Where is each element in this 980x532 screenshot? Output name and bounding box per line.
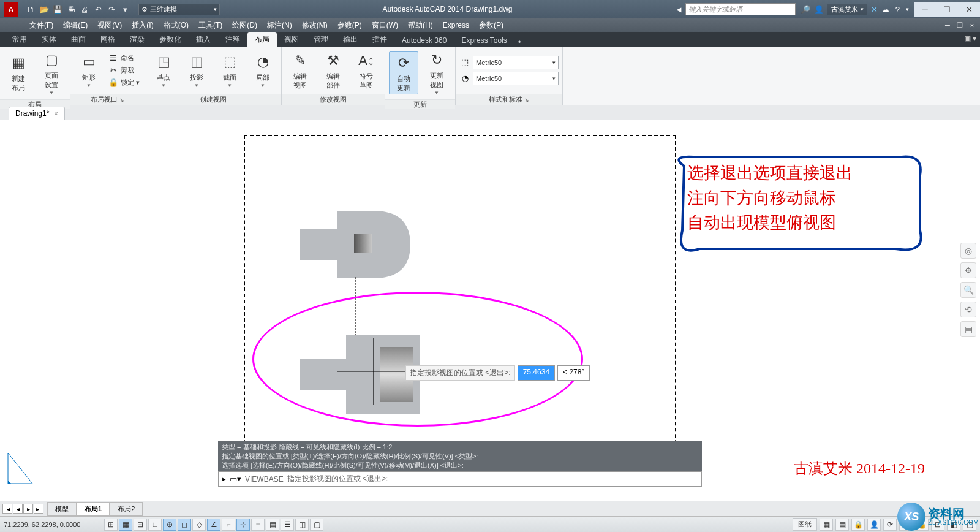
menu-dimension[interactable]: 标注(N) — [262, 20, 297, 31]
qat-print-icon[interactable]: 🖨 — [78, 3, 91, 15]
layout-nav-first-icon[interactable]: |◂ — [2, 504, 12, 514]
section-style-icon[interactable]: ⬚ — [459, 57, 470, 68]
sb-ducs-icon[interactable]: ⌐ — [222, 519, 235, 531]
menu-modify[interactable]: 修改(M) — [297, 20, 333, 31]
sb-qp-icon[interactable]: ☰ — [281, 519, 294, 531]
sb-sc-icon[interactable]: ◫ — [295, 519, 309, 531]
sb-aas-icon[interactable]: ⟳ — [883, 519, 897, 531]
symbol-sketch-button[interactable]: A↕符号 草图 — [352, 50, 381, 91]
edit-component-button[interactable]: ⚒编辑 部件 — [318, 50, 348, 91]
tab-manage[interactable]: 管理 — [306, 32, 336, 47]
rectangular-button[interactable]: ▭矩形▼ — [74, 51, 104, 89]
search-icon[interactable]: 🔎 — [801, 5, 810, 14]
update-view-button[interactable]: ↻更新 视图▼ — [422, 49, 451, 97]
sb-infer-icon[interactable]: ⊞ — [104, 519, 118, 531]
sb-am-icon[interactable]: ▢ — [310, 519, 323, 531]
ucs-icon[interactable] — [5, 450, 42, 487]
mdi-close-icon[interactable]: × — [967, 20, 978, 30]
menu-file[interactable]: 文件(F) — [24, 20, 58, 31]
detail-style-dropdown[interactable]: Metric50▾ — [473, 72, 559, 85]
menu-draw[interactable]: 绘图(D) — [227, 20, 262, 31]
qat-save-icon[interactable]: 💾 — [51, 3, 64, 15]
projected-button[interactable]: ◫投影▼ — [182, 51, 211, 89]
file-tab-drawing1[interactable]: Drawing1* × — [9, 107, 65, 120]
nav-showmotion-icon[interactable]: ▤ — [960, 321, 976, 337]
menu-insert[interactable]: 插入(I) — [127, 20, 158, 31]
sb-paperspace-button[interactable]: 图纸 — [793, 518, 817, 531]
menu-format[interactable]: 格式(O) — [159, 20, 194, 31]
sb-annovis-icon[interactable]: 👤 — [867, 519, 881, 531]
command-input[interactable]: ▸ ▭▾ VIEWBASE 指定投影视图的位置或 <退出>: — [218, 471, 702, 487]
sb-grid-icon[interactable]: ⊟ — [134, 519, 147, 531]
tab-a360[interactable]: Autodesk 360 — [394, 34, 454, 47]
section-style-dropdown[interactable]: Metric50▾ — [473, 56, 559, 69]
sb-qv-layouts-icon[interactable]: ▦ — [820, 519, 833, 531]
edit-view-button[interactable]: ✎编辑 视图 — [285, 50, 315, 91]
panel-title[interactable]: 创建视图 — [145, 94, 281, 105]
new-layout-button[interactable]: ▦新建 布局 — [4, 52, 33, 94]
sb-qv-drawings-icon[interactable]: ▤ — [835, 519, 849, 531]
menu-view[interactable]: 视图(V) — [92, 20, 127, 31]
dynamic-input-distance[interactable]: 75.4634 — [518, 365, 555, 381]
tab-surface[interactable]: 曲面 — [64, 32, 93, 47]
auto-update-button[interactable]: ⟳自动 更新 — [389, 51, 418, 94]
layout-nav-next-icon[interactable]: ▸ — [23, 504, 33, 514]
sb-annoscale-icon[interactable]: 🔒 — [851, 519, 865, 531]
sb-tpy-icon[interactable]: ▤ — [266, 519, 279, 531]
arrow-left-icon[interactable]: ◄ — [675, 5, 683, 14]
layout-nav-last-icon[interactable]: ▸| — [34, 504, 43, 514]
sb-otrack-icon[interactable]: ∠ — [207, 519, 221, 531]
menu-tools[interactable]: 工具(T) — [194, 20, 227, 31]
tab-express[interactable]: Express Tools — [454, 34, 514, 47]
cmd-browse-icon[interactable]: ▭▾ — [230, 474, 241, 484]
panel-title[interactable]: 更新 — [385, 99, 455, 109]
tab-mesh[interactable]: 网格 — [93, 32, 123, 47]
close-button[interactable]: ✕ — [958, 2, 980, 17]
cloud-icon[interactable]: ☁ — [881, 5, 889, 14]
help-icon[interactable]: ? — [895, 5, 900, 14]
sb-polar-icon[interactable]: ⊕ — [163, 519, 176, 531]
tab-insert[interactable]: 插入 — [189, 32, 218, 47]
menu-parametric[interactable]: 参数(P) — [333, 20, 367, 31]
app-logo[interactable]: A — [4, 2, 18, 17]
signin-icon[interactable]: 👤 — [814, 5, 824, 14]
mdi-restore-icon[interactable]: ❐ — [954, 20, 965, 30]
tab-parametric[interactable]: 参数化 — [152, 32, 189, 47]
detail-style-icon[interactable]: ◔ — [459, 73, 470, 84]
panel-title[interactable]: 修改视图 — [282, 94, 385, 105]
exchange-icon[interactable]: ✕ — [871, 5, 878, 14]
tab-view[interactable]: 视图 — [277, 32, 306, 47]
drawing-area[interactable]: 指定投影视图的位置或 <退出>: 75.4634 < 278° 选择退出选项直接… — [0, 120, 980, 501]
qat-new-icon[interactable]: 🗋 — [24, 3, 37, 15]
help-search-input[interactable]: 键入关键字或短语 — [685, 3, 796, 15]
qat-saveas-icon[interactable]: 🖶 — [65, 3, 77, 15]
coords-display[interactable]: 71.2209, 62.2298, 0.0000 — [4, 521, 102, 528]
layout-tab-layout2[interactable]: 布局2 — [110, 502, 143, 516]
menu-window[interactable]: 窗口(W) — [367, 20, 403, 31]
layout-tab-model[interactable]: 模型 — [47, 502, 77, 516]
page-setup-button[interactable]: ▢页面 设置▼ — [37, 49, 66, 97]
menu-edit[interactable]: 编辑(E) — [58, 20, 92, 31]
layout-tab-layout1[interactable]: 布局1 — [77, 502, 110, 516]
dynamic-input-angle[interactable]: < 278° — [557, 365, 590, 381]
tab-annotate[interactable]: 注释 — [218, 32, 247, 47]
recent-cmds-icon[interactable]: ▸ — [222, 475, 226, 483]
sb-ortho-icon[interactable]: ∟ — [148, 519, 162, 531]
clip-button[interactable]: ✂剪裁 — [107, 65, 141, 76]
menu-param2[interactable]: 参数(P) — [474, 20, 508, 31]
user-menu[interactable]: 古滇艾米 ▾ — [827, 4, 867, 15]
section-button[interactable]: ⬚截面▼ — [215, 51, 244, 89]
nav-wheel-icon[interactable]: ◎ — [960, 243, 976, 259]
tab-output[interactable]: 输出 — [336, 32, 365, 47]
base-button[interactable]: ◳基点▼ — [149, 51, 178, 89]
mdi-minimize-icon[interactable]: ─ — [942, 20, 953, 30]
chevron-down-icon[interactable]: ▾ — [906, 6, 909, 12]
sb-snap-icon[interactable]: ▦ — [119, 519, 132, 531]
menu-express[interactable]: Express — [438, 21, 474, 29]
tab-render[interactable]: 渲染 — [123, 32, 152, 47]
qat-undo-icon[interactable]: ↶ — [92, 3, 104, 15]
tab-bullet[interactable]: • — [514, 38, 524, 47]
sb-osnap-icon[interactable]: ◻ — [178, 519, 191, 531]
tab-layout[interactable]: 布局 — [247, 32, 277, 47]
close-tab-icon[interactable]: × — [54, 110, 58, 117]
